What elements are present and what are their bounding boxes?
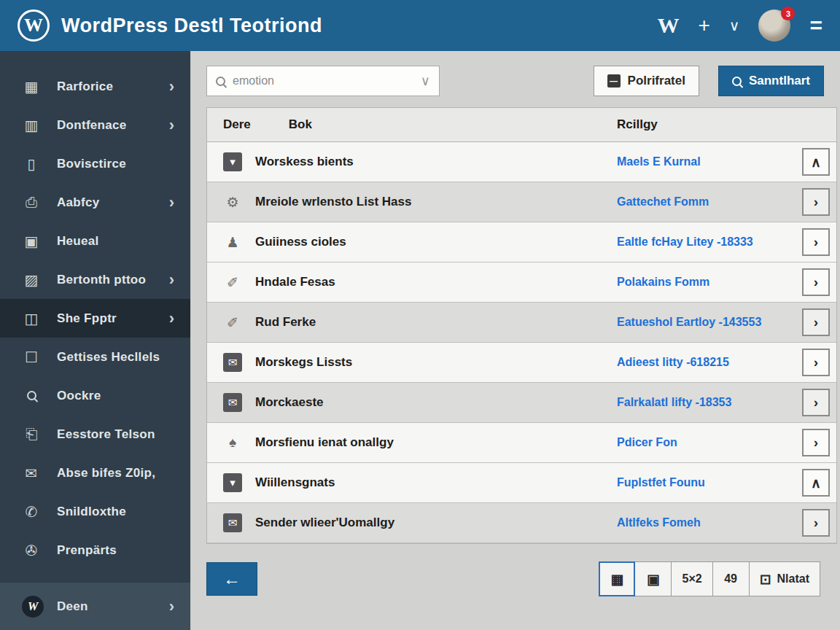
row-link[interactable]: Adieest litty -618215 bbox=[617, 356, 729, 369]
sidebar-item-oockre[interactable]: Oockre bbox=[0, 376, 190, 415]
table-row[interactable]: ⚙Mreiole wrlensto List HassGattechet Fom… bbox=[207, 182, 836, 222]
new-item-icon[interactable]: + bbox=[698, 15, 709, 36]
row-link[interactable]: Ealtle fcHay Litey -18333 bbox=[617, 236, 753, 249]
row-link[interactable]: Altlfeks Fomeh bbox=[617, 516, 701, 529]
expand-button[interactable]: › bbox=[802, 429, 830, 456]
search-button[interactable]: Sanntlhart bbox=[718, 66, 824, 96]
table-row[interactable]: ▾Worskess bientsMaels E Kurnal∧ bbox=[207, 142, 836, 182]
sidebar-item-label: Abse bifes Z0ip, bbox=[57, 466, 155, 481]
pager-grid-view-button[interactable]: ▦ bbox=[599, 561, 635, 596]
pager-list-view-button[interactable]: ▣ bbox=[635, 561, 672, 596]
sidebar-item-heueal[interactable]: ▣Heueal bbox=[0, 222, 190, 260]
search-value: emotion bbox=[233, 74, 274, 88]
sidebar-item-label: Gettises Hecllels bbox=[57, 350, 160, 365]
table-row[interactable]: ✉MorckaesteFalrkalatl lifty -18353› bbox=[207, 383, 836, 423]
cart-icon: ▥ bbox=[22, 117, 41, 134]
mail-icon: ✉ bbox=[223, 513, 242, 532]
search-icon bbox=[216, 77, 225, 86]
sidebar-item-label: Prenpärts bbox=[57, 543, 117, 558]
sidebar-item-gettises-hecllels[interactable]: ☐Gettises Hecllels bbox=[0, 338, 190, 376]
sidebar-item-label: Dontfenace bbox=[57, 118, 127, 133]
expand-button[interactable]: › bbox=[802, 509, 830, 537]
list-view-icon: ▣ bbox=[647, 571, 660, 588]
expand-button[interactable]: › bbox=[802, 349, 830, 376]
mail-icon: ✉ bbox=[223, 393, 242, 412]
top-bar: W WordPress Destl Teotriond W + ∨ 3 = bbox=[0, 0, 840, 51]
sidebar-item-bertonth-pttoo[interactable]: ▨Bertonth pttoo› bbox=[0, 260, 190, 299]
sidebar-item-aabfcy[interactable]: ⎙Aabfcy› bbox=[0, 183, 190, 222]
filter-button-label: Polrifratel bbox=[628, 74, 685, 88]
document-icon: ▯ bbox=[22, 155, 41, 173]
notification-badge: 3 bbox=[781, 7, 795, 20]
row-link[interactable]: Gattechet Fomm bbox=[617, 195, 709, 209]
wordpress-shortcut-icon[interactable]: W bbox=[657, 15, 679, 36]
mail-icon: ✉ bbox=[223, 353, 242, 372]
table-row[interactable]: ▾WiillensgnatsFuplstfet Founu∧ bbox=[207, 463, 836, 503]
row-link[interactable]: Fuplstfet Founu bbox=[617, 476, 705, 489]
hamburger-menu-icon[interactable]: = bbox=[809, 15, 822, 36]
table-header: Dere Bok Rcillgy bbox=[207, 108, 836, 142]
row-link[interactable]: Falrkalatl lifty -18353 bbox=[617, 396, 731, 409]
row-link[interactable]: Polakains Fomm bbox=[617, 276, 709, 289]
row-name: Wiillensgnats bbox=[255, 475, 335, 490]
table-row[interactable]: ✐Rud FerkeEatueshol Eartloy -143553› bbox=[207, 303, 836, 343]
comment-icon: ▣ bbox=[22, 233, 41, 250]
sidebar-item-deen[interactable]: WDeen› bbox=[0, 587, 190, 626]
user-avatar[interactable]: 3 bbox=[758, 9, 790, 42]
chevron-right-icon: › bbox=[169, 116, 174, 135]
sidebar-item-snildloxthe[interactable]: ✆Snildloxthe bbox=[0, 492, 190, 531]
row-name: Hndale Fesas bbox=[255, 275, 335, 289]
collapse-button[interactable]: ∧ bbox=[802, 469, 830, 497]
sidebar-item-prenp-rts[interactable]: ✇Prenpärts bbox=[0, 531, 190, 569]
wordpress-logo-icon: W bbox=[18, 9, 50, 42]
sidebar-item-abse-bifes-z0ip[interactable]: ✉Abse bifes Z0ip, bbox=[0, 454, 190, 492]
table-body: ▾Worskess bientsMaels E Kurnal∧⚙Mreiole … bbox=[207, 142, 836, 543]
row-name: Rud Ferke bbox=[255, 315, 316, 330]
pager-label: 49 bbox=[724, 572, 737, 586]
chevron-down-icon[interactable]: ∨ bbox=[729, 18, 740, 33]
chevron-right-icon: › bbox=[169, 77, 174, 96]
row-name: Guiiness cioles bbox=[255, 235, 346, 249]
phone-lock-icon: ✆ bbox=[22, 503, 41, 521]
expand-button[interactable]: › bbox=[802, 228, 830, 256]
sidebar-item-bovisctirce[interactable]: ▯Bovisctirce bbox=[0, 144, 190, 183]
expand-button[interactable]: › bbox=[802, 188, 830, 216]
row-link[interactable]: Eatueshol Eartloy -143553 bbox=[617, 316, 761, 329]
sidebar-item-rarforice[interactable]: ▦Rarforice› bbox=[0, 67, 190, 106]
filter-button[interactable]: — Polrifratel bbox=[594, 66, 699, 96]
sidebar-item-label: She Fpptr bbox=[57, 311, 117, 326]
sidebar-footer: WDeen› bbox=[0, 583, 190, 630]
pager-page-5x2-button[interactable]: 5×2 bbox=[672, 561, 712, 596]
expand-button[interactable]: › bbox=[802, 389, 830, 416]
table-row[interactable]: ✉Morskegs LisstsAdieest litty -618215› bbox=[207, 343, 836, 383]
sidebar-item-dontfenace[interactable]: ▥Dontfenace› bbox=[0, 106, 190, 144]
sidebar-nav: ▦Rarforice›▥Dontfenace›▯Bovisctirce⎙Aabf… bbox=[0, 51, 190, 569]
sidebar: ▦Rarforice›▥Dontfenace›▯Bovisctirce⎙Aabf… bbox=[0, 51, 191, 630]
download-icon: ▾ bbox=[223, 473, 242, 492]
table-row[interactable]: ♟Guiiness ciolesEaltle fcHay Litey -1833… bbox=[207, 222, 836, 262]
site-title: WordPress Destl Teotriond bbox=[61, 15, 322, 37]
pager-page-49-button[interactable]: 49 bbox=[713, 561, 750, 596]
pager-group: ▦▣5×249⊡Nlatat bbox=[599, 561, 820, 596]
shield-icon: ♠ bbox=[223, 433, 242, 452]
table-row[interactable]: ✐Hndale FesasPolakains Fomm› bbox=[207, 262, 836, 303]
pager-archive-button[interactable]: ⊡Nlatat bbox=[750, 561, 820, 596]
row-link[interactable]: Pdicer Fon bbox=[617, 436, 677, 449]
table-row[interactable]: ♠Morsfienu ienat onallgyPdicer Fon› bbox=[207, 423, 836, 463]
sidebar-item-eesstore-telson[interactable]: ⎗Eesstore Telson bbox=[0, 415, 190, 454]
sidebar-item-label: Aabfcy bbox=[57, 195, 100, 210]
table-row[interactable]: ✉Sender wlieer'UomallgyAltlfeks Fomeh› bbox=[207, 503, 836, 543]
main-content: emotion ∨ — Polrifratel Sanntlhart Dere … bbox=[191, 51, 840, 630]
chevron-right-icon: › bbox=[169, 193, 174, 212]
search-input[interactable]: emotion ∨ bbox=[206, 66, 440, 96]
back-button[interactable]: ← bbox=[206, 562, 257, 596]
chevron-down-icon[interactable]: ∨ bbox=[421, 73, 430, 89]
search-button-label: Sanntlhart bbox=[749, 74, 810, 88]
collapse-button[interactable]: ∧ bbox=[802, 148, 830, 176]
expand-button[interactable]: › bbox=[802, 268, 830, 296]
w-circle-icon: W bbox=[22, 596, 57, 618]
sidebar-item-she-fpptr[interactable]: ◫She Fpptr› bbox=[0, 299, 190, 338]
expand-button[interactable]: › bbox=[802, 308, 830, 336]
row-link[interactable]: Maels E Kurnal bbox=[617, 155, 701, 168]
mail-icon: ✉ bbox=[22, 464, 41, 482]
